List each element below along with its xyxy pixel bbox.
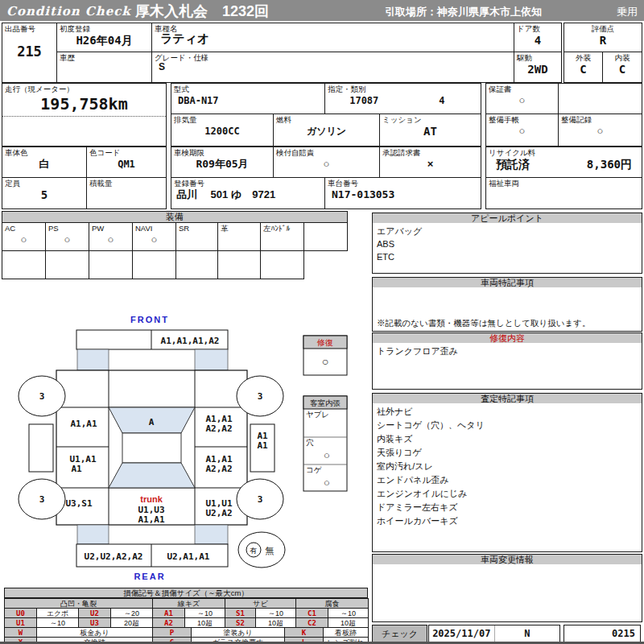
assessment-line: 天張りコゲ bbox=[377, 446, 638, 460]
legend-value: 10超 bbox=[185, 618, 225, 628]
drive-label: 駆動 bbox=[514, 52, 561, 63]
chassis-number-value: N17-013053 bbox=[325, 188, 481, 201]
assessment-line: ホイールカバーキズ bbox=[377, 514, 638, 528]
check-date: 2025/11/07 bbox=[429, 625, 494, 642]
body-color-cell: 車体色 白 bbox=[2, 147, 87, 178]
check-number: 0215 bbox=[564, 625, 640, 642]
doors-cell: ドア数 4 bbox=[514, 23, 562, 52]
assessment-line: 社外ナビ bbox=[377, 405, 638, 419]
registration-number-value: 品川 501 ゆ 9721 bbox=[171, 188, 324, 201]
spare-no: 無 bbox=[266, 546, 275, 555]
left-front-fender-damage: A1,A1 bbox=[70, 419, 97, 429]
wheel-fl-tread: 3 bbox=[39, 391, 45, 402]
first-registration-value: H26年04月 bbox=[57, 34, 151, 47]
equipment-row2-cell bbox=[217, 250, 261, 279]
insurance-mark: ○ bbox=[274, 158, 379, 170]
history-label: 車歴 bbox=[57, 52, 151, 63]
equipment-row2-cell bbox=[260, 250, 304, 279]
auction-title: 厚木入札会 1232回 bbox=[135, 2, 269, 21]
wheel-rl-tread: 3 bbox=[39, 494, 45, 505]
model-code-cell: 型式 DBA-N17 bbox=[171, 83, 325, 114]
legend-value: ～10 bbox=[37, 618, 79, 628]
capacity-cell: 定員 5 bbox=[2, 177, 87, 209]
legend-code: U3 bbox=[79, 618, 111, 628]
repair-content-line: トランクフロア歪み bbox=[377, 345, 638, 357]
drive-cell: 駆動 2WD bbox=[514, 52, 562, 83]
equipment-header: 装備 bbox=[2, 211, 348, 223]
inspection-value: R09年05月 bbox=[171, 158, 273, 171]
vehicle-notes-note: ※記載のない書類・機器等は無しとして取り扱います。 bbox=[377, 316, 590, 329]
class-cell: 指定・類別 17087 4 bbox=[324, 83, 481, 114]
class-label: 指定・類別 bbox=[325, 84, 481, 94]
equipment-row2-cell bbox=[89, 250, 133, 279]
equipment-label-ps: PS bbox=[46, 223, 89, 233]
equipment-mark-ac: ○ bbox=[2, 233, 45, 246]
load-label: 積載量 bbox=[87, 178, 166, 188]
appeal-line: エアバッグ bbox=[377, 225, 638, 237]
check-label-cell: チェック bbox=[372, 625, 427, 642]
equipment-row2-cell bbox=[175, 250, 218, 279]
trunk-label: trunk bbox=[140, 494, 163, 504]
body-color-label: 車体色 bbox=[2, 147, 86, 158]
rear-bumper-right-damage: U2,A1,A1 bbox=[167, 551, 210, 562]
front-left-corner bbox=[77, 349, 109, 370]
right-door-damage-2: A2,A2 bbox=[205, 464, 232, 474]
lot-number-label: 出品番号 bbox=[2, 23, 56, 34]
insurance-label: 検付自賠責 bbox=[274, 147, 379, 158]
vehicle-notes-header: 車両特記事項 bbox=[372, 277, 642, 288]
legend-code: S1 bbox=[225, 609, 256, 618]
rear-label: REAR bbox=[134, 572, 165, 581]
brand-title: Condition Check bbox=[6, 4, 131, 19]
drive-value: 2WD bbox=[514, 63, 561, 76]
load-cell: 積載量 bbox=[86, 177, 167, 209]
cabin-box-title: 客室内張 bbox=[310, 398, 341, 407]
score-label: 評価点 bbox=[564, 23, 642, 34]
doors-label: ドア数 bbox=[514, 23, 561, 34]
right-front-fender-damage-2: A2,A2 bbox=[205, 423, 232, 434]
pickup-location: 引取場所：神奈川県厚木市上依知 bbox=[385, 5, 542, 19]
trunk-damage-2: A1,A1 bbox=[138, 514, 164, 525]
equipment-cell-lhd: 左ﾊﾝﾄﾞﾙ bbox=[260, 222, 304, 251]
class-number: 17087 bbox=[325, 94, 403, 107]
legend-code: A2 bbox=[153, 618, 185, 628]
exterior-grade-label: 外装 bbox=[564, 52, 602, 63]
mileage-label: 走行（現メーター） bbox=[2, 84, 166, 94]
welfare-label: 福祉車両 bbox=[486, 178, 642, 188]
equipment-cell-ac: AC ○ bbox=[2, 222, 46, 251]
repair-box-mark: ○ bbox=[322, 355, 328, 368]
assessment-line: エンジンオイルにじみ bbox=[377, 487, 638, 501]
welfare-cell: 福祉車両 bbox=[485, 177, 642, 209]
model-code-label: 型式 bbox=[171, 84, 324, 94]
equipment-row2-cell bbox=[2, 250, 46, 279]
displacement-label: 排気量 bbox=[171, 114, 273, 125]
cabin-row-burn-label: コゲ bbox=[306, 465, 322, 474]
mileage-value: 195,758km bbox=[2, 94, 166, 114]
change-info-body bbox=[372, 564, 642, 622]
legend-value: ～10 bbox=[328, 609, 369, 618]
right-rear-fender-damage-2: U2,A2 bbox=[205, 508, 232, 518]
warranty-blank-cell bbox=[558, 83, 642, 114]
maintenance-book-label: 整備手帳 bbox=[486, 114, 558, 125]
legend-code: P bbox=[153, 628, 192, 638]
legend-value: ～20 bbox=[111, 609, 153, 618]
legend-table-sizes: 凸凹・亀裂 線キズ サビ 腐食 U0 エクボ U2 ～20 A1 ～10 S1 … bbox=[4, 598, 369, 628]
recycle-fee-label: リサイクル料 bbox=[486, 147, 642, 158]
interior-grade-value: C bbox=[603, 63, 642, 76]
appeal-line: ABS bbox=[377, 237, 638, 250]
repair-content-body: トランクフロア歪み bbox=[372, 343, 642, 390]
fuel-label: 燃料 bbox=[274, 114, 379, 125]
body-color-value: 白 bbox=[2, 158, 86, 171]
legend-group-corrosion: 腐食 bbox=[296, 599, 369, 609]
legend-code: A1 bbox=[153, 609, 185, 618]
registration-number-label: 登録番号 bbox=[171, 178, 324, 188]
rear-bumper-left-damage: U2,U2,A2,A2 bbox=[85, 551, 143, 562]
inspection-cell: 車検期限 R09年05月 bbox=[171, 147, 274, 178]
vehicle-notes-body: ※記載のない書類・機器等は無しとして取り扱います。 bbox=[372, 287, 642, 332]
spare-yes: 有 bbox=[250, 547, 258, 555]
approval-cell: 承認請求書 × bbox=[379, 147, 481, 178]
rear-left-corner bbox=[77, 525, 109, 544]
assessment-header: 査定特記事項 bbox=[372, 393, 642, 404]
displacement-cell: 排気量 1200CC bbox=[171, 114, 274, 147]
equipment-mark-navi: ○ bbox=[133, 233, 175, 246]
mileage-cell: 走行（現メーター） 195,758km bbox=[2, 83, 167, 147]
